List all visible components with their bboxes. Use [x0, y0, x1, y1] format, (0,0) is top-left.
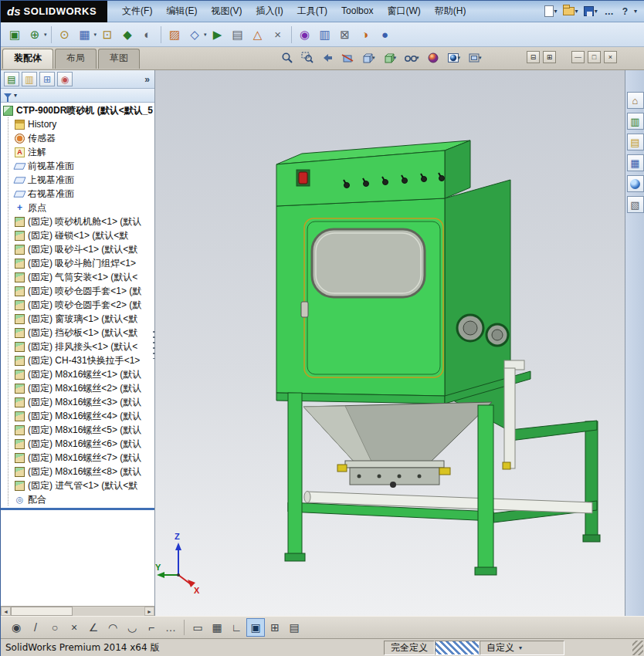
shaded-sketch-contours-button[interactable]: ▣ [246, 618, 265, 637]
mass-properties-button[interactable]: ⊠ [336, 25, 354, 44]
linear-component-pattern-button[interactable]: ▦ [76, 25, 94, 44]
featuremanager-tab[interactable]: ▤ [4, 72, 19, 86]
apply-scene-button[interactable]: ▾ [445, 49, 463, 66]
insert-components-button[interactable]: ⊕ [25, 25, 44, 44]
menu-insert[interactable]: 插入(I) [249, 1, 290, 22]
custom-mode-selector[interactable]: 自定义 ▾ [480, 641, 564, 655]
tree-item-component[interactable]: (固定) M8x16螺丝<8> (默认 [1, 465, 154, 478]
menu-window[interactable]: 窗口(W) [380, 1, 427, 22]
hide-show-items-button[interactable]: ▾ [402, 49, 422, 66]
tree-item-component[interactable]: (固定) 吸砂斗舱门组焊<1> [1, 256, 154, 270]
view-settings-button[interactable]: ▾ [466, 49, 484, 66]
chevron-down-icon[interactable]: ▾ [44, 32, 47, 38]
menu-tools[interactable]: 工具(T) [290, 1, 334, 22]
tree-item-component[interactable]: (固定) M8x16螺丝<4> (默认 [1, 409, 154, 423]
menu-edit[interactable]: 编辑(E) [159, 1, 204, 22]
tree-item-top-plane[interactable]: 上视基准面 [1, 173, 154, 187]
measure-button[interactable]: ▥ [316, 25, 334, 44]
chamfer-tool-button[interactable]: ∠ [84, 618, 103, 637]
tree-item-component[interactable]: (固定) M8x16螺丝<3> (默认 [1, 395, 154, 409]
interference-detection-button[interactable]: ◉ [296, 25, 314, 44]
collapse-menubar-icon[interactable]: ▾ [634, 8, 637, 15]
save-button[interactable]: ▾ [582, 4, 599, 19]
tree-item-component[interactable]: (固定) M8x16螺丝<5> (默认 [1, 423, 154, 437]
menu-file[interactable]: 文件(F) [115, 1, 159, 22]
move-component-button[interactable]: ◆ [118, 25, 137, 44]
exploded-view-button[interactable]: △ [249, 25, 267, 44]
tree-item-component[interactable]: (固定) M8x16螺丝<2> (默认 [1, 381, 154, 395]
appearances-button[interactable]: ● [376, 25, 395, 44]
previous-view-button[interactable] [319, 49, 336, 66]
show-hidden-components-button[interactable]: ◐ [138, 25, 157, 44]
trim-tool-button[interactable]: × [65, 618, 83, 637]
scroll-thumb[interactable] [11, 607, 73, 616]
displaymanager-tab[interactable]: ◉ [57, 72, 73, 86]
section-view-button[interactable]: ◑ [356, 25, 375, 44]
configurationmanager-tab[interactable]: ⊞ [39, 72, 55, 86]
mate-button[interactable]: ⊙ [56, 25, 74, 44]
tree-item-component[interactable]: (固定) 进气管<1> (默认<默 [1, 478, 154, 492]
tab-layout[interactable]: 布局 [55, 49, 97, 69]
tree-item-component[interactable]: (固定) 气筒安装<1> (默认< [1, 270, 154, 284]
assembly-features-button[interactable]: ▨ [165, 25, 184, 44]
tree-root-item[interactable]: CTP-900DR喷砂机 (默认<默认_5 [1, 103, 154, 117]
menu-help[interactable]: 帮助(H) [428, 1, 473, 22]
point-tool-button[interactable]: ◉ [7, 618, 25, 637]
chevron-down-icon[interactable]: ▾ [94, 32, 97, 38]
angle-snap-button[interactable]: ∟ [227, 618, 246, 637]
bill-of-materials-button[interactable]: ▤ [229, 25, 247, 44]
tree-item-component[interactable]: (固定) 喷砂机机舱<1> (默认 [1, 215, 154, 228]
view-orientation-button[interactable]: ▾ [359, 49, 378, 66]
corner-rectangle-button[interactable]: ⌐ [142, 618, 161, 637]
split-view-horizontal-button[interactable]: ⊟ [527, 51, 540, 63]
arc-tool-button[interactable]: ◠ [103, 618, 122, 637]
quick-snaps-button[interactable]: ▤ [285, 618, 303, 637]
tree-item-mates[interactable]: 配合 [1, 492, 154, 506]
help-button[interactable]: ? [619, 6, 631, 17]
tree-filter-bar[interactable]: ▾ [1, 89, 154, 103]
menu-view[interactable]: 视图(V) [204, 1, 249, 22]
circle-tool-button[interactable]: ○ [46, 618, 64, 637]
split-view-vertical-button[interactable]: ⊞ [543, 51, 556, 63]
propertymanager-tab[interactable]: ▥ [22, 72, 37, 86]
reference-geometry-button[interactable]: ◇ [185, 25, 204, 44]
design-library-button[interactable]: ▥ [627, 113, 644, 130]
tree-item-annotations[interactable]: 注解 [1, 145, 154, 159]
smart-fasteners-button[interactable]: ⊡ [98, 25, 117, 44]
chevron-down-icon[interactable]: ▾ [204, 32, 207, 38]
custom-properties-button[interactable]: ▧ [627, 196, 644, 213]
slot-tool-button[interactable]: ▭ [188, 618, 207, 637]
tree-item-front-plane[interactable]: 前视基准面 [1, 159, 154, 173]
tree-item-component[interactable]: (固定) 喷砂仓圆手套<1> (默 [1, 284, 154, 298]
tree-item-component[interactable]: (固定) 排风接头<1> (默认< [1, 340, 154, 353]
tree-item-component[interactable]: (固定) 吸砂斗<1> (默认<默 [1, 242, 154, 256]
window-restore-button[interactable]: □ [588, 51, 601, 63]
file-explorer-button[interactable]: ▤ [627, 134, 644, 150]
open-button[interactable]: ▾ [561, 4, 580, 19]
new-motion-study-button[interactable]: ▶ [208, 25, 227, 44]
grid-snap-button[interactable]: ▦ [208, 618, 226, 637]
window-close-button[interactable]: × [604, 51, 617, 63]
line-tool-button[interactable]: / [26, 618, 45, 637]
tree-item-component[interactable]: (固定) M8x16螺丝<1> (默认 [1, 367, 154, 381]
tree-item-component[interactable]: (固定) 喷砂仓圆手套<2> (默 [1, 298, 154, 312]
explode-line-sketch-button[interactable]: × [269, 25, 287, 44]
tree-item-component[interactable]: (固定) 窗玻璃<1> (默认<默 [1, 312, 154, 326]
tangent-arc-tool-button[interactable]: ◡ [123, 618, 141, 637]
graphics-viewport[interactable]: Z Y X [155, 70, 625, 616]
new-document-button[interactable]: ▾ [543, 4, 559, 19]
window-minimize-button[interactable]: — [571, 51, 585, 63]
tree-item-component[interactable]: (固定) CH-431快换拉手<1> [1, 353, 154, 367]
tree-item-component[interactable]: (固定) 挡砂板<1> (默认<默 [1, 326, 154, 340]
tree-item-sensors[interactable]: 传感器 [1, 131, 154, 145]
tree-item-component[interactable]: (固定) M8x16螺丝<7> (默认 [1, 451, 154, 465]
solidworks-resources-button[interactable]: ⌂ [627, 92, 644, 109]
edit-appearance-button[interactable] [425, 49, 442, 66]
tree-item-origin[interactable]: 原点 [1, 201, 154, 215]
tab-sketch[interactable]: 草图 [98, 49, 140, 69]
tree-item-component[interactable]: (固定) M8x16螺丝<6> (默认 [1, 437, 154, 451]
tree-item-component[interactable]: (固定) 碰锁<1> (默认<默 [1, 228, 154, 242]
view-palette-button[interactable]: ▦ [627, 154, 644, 171]
menu-toolbox[interactable]: Toolbox [334, 1, 380, 22]
spline-tool-button[interactable]: … [161, 618, 180, 637]
